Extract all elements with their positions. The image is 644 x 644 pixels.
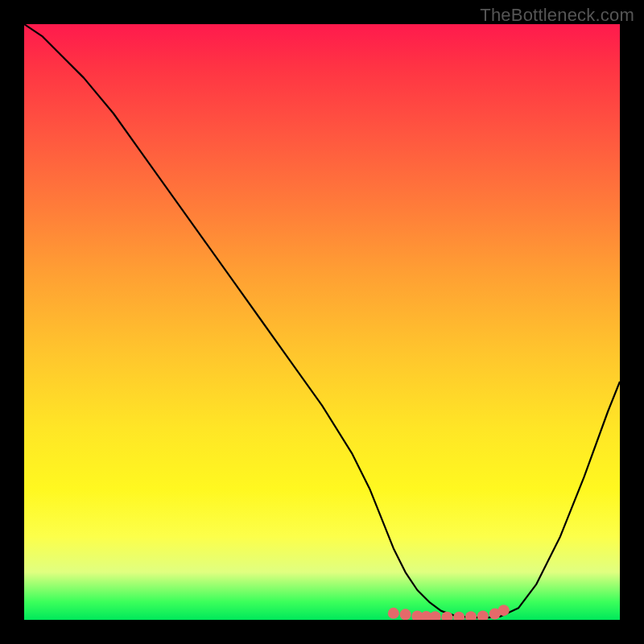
watermark-text: TheBottleneck.com [480,5,634,26]
bottleneck-curve [24,24,620,617]
chart-container: TheBottleneck.com [0,0,644,644]
optimal-marker [430,611,441,620]
optimal-range-markers [388,605,510,620]
optimal-marker [498,605,510,616]
optimal-marker [388,608,399,619]
optimal-marker [441,612,452,620]
optimal-marker [453,612,464,620]
optimal-marker [400,609,411,620]
optimal-marker [477,611,489,620]
curve-svg [24,24,620,620]
optimal-marker [465,611,477,620]
plot-area [24,24,620,620]
